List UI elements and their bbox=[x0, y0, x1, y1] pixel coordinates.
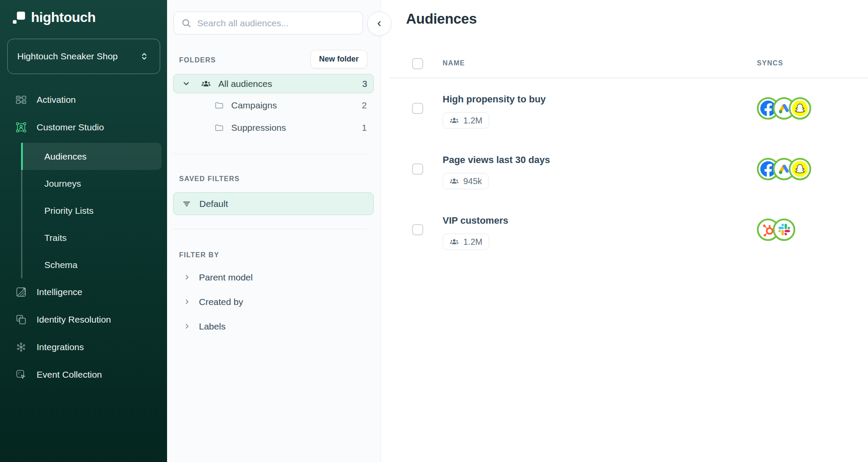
workspace-selector[interactable]: Hightouch Sneaker Shop bbox=[7, 39, 160, 74]
folder-all-audiences[interactable]: All audiences 3 bbox=[173, 74, 374, 93]
sidebar-item-journeys[interactable]: Journeys bbox=[21, 170, 161, 197]
column-header-syncs: SYNCS bbox=[757, 59, 783, 67]
sidebar-item-audiences[interactable]: Audiences bbox=[21, 143, 161, 170]
sidebar-item-identity-resolution[interactable]: Identity Resolution bbox=[0, 306, 167, 333]
workspace-name: Hightouch Sneaker Shop bbox=[17, 51, 118, 62]
integrations-icon bbox=[16, 342, 27, 353]
saved-filter-default[interactable]: Default bbox=[173, 192, 374, 215]
chevron-left-icon bbox=[375, 19, 384, 28]
new-folder-button[interactable]: New folder bbox=[310, 50, 367, 68]
filter-by-created-by[interactable]: Created by bbox=[173, 290, 374, 314]
customer-studio-subnav: Audiences Journeys Priority Lists Traits… bbox=[21, 143, 161, 278]
slack-icon bbox=[778, 224, 790, 235]
filter-by-parent-model[interactable]: Parent model bbox=[173, 265, 374, 290]
row-checkbox[interactable] bbox=[412, 224, 423, 235]
search-box bbox=[174, 12, 363, 34]
table-row-vip-customers[interactable]: VIP customers 1.2M bbox=[381, 199, 868, 260]
folder-count: 2 bbox=[362, 100, 367, 111]
snapchat-icon bbox=[791, 160, 809, 178]
chevron-right-icon bbox=[183, 322, 192, 331]
table-row-high-propensity[interactable]: High propensity to buy 1.2M bbox=[381, 78, 868, 139]
filter-by-label: Created by bbox=[199, 297, 243, 307]
sidebar-item-intelligence[interactable]: Intelligence bbox=[0, 278, 167, 306]
filter-icon bbox=[182, 199, 192, 209]
sidebar-item-label: Event Collection bbox=[37, 370, 102, 380]
search-input[interactable] bbox=[174, 12, 363, 34]
saved-filters-heading: SAVED FILTERS bbox=[179, 175, 240, 183]
people-icon bbox=[450, 176, 459, 186]
folder-icon bbox=[214, 101, 224, 110]
subnav-item-label: Audiences bbox=[44, 151, 87, 162]
main-content: Audiences NAME SYNCS High propensity to … bbox=[381, 0, 868, 462]
sidebar: hightouch Hightouch Sneaker Shop Activa bbox=[0, 0, 167, 462]
people-icon bbox=[450, 237, 459, 246]
sidebar-item-label: Integrations bbox=[37, 342, 84, 352]
people-icon bbox=[450, 116, 459, 125]
row-checkbox[interactable] bbox=[412, 163, 423, 175]
audience-size-badge: 945k bbox=[443, 173, 489, 189]
filter-by-list: Parent model Created by Labels bbox=[173, 265, 374, 339]
divider bbox=[173, 229, 368, 229]
subnav-item-label: Journeys bbox=[44, 179, 81, 189]
snapchat-sync-badge[interactable] bbox=[789, 158, 811, 180]
event-collection-icon bbox=[16, 369, 27, 380]
sidebar-item-schema[interactable]: Schema bbox=[21, 251, 161, 278]
filter-by-heading: FILTER BY bbox=[179, 251, 219, 259]
folder-count: 1 bbox=[362, 123, 367, 133]
chevron-right-icon bbox=[183, 273, 192, 282]
sidebar-item-traits[interactable]: Traits bbox=[21, 224, 161, 251]
folder-campaigns[interactable]: Campaigns 2 bbox=[173, 95, 374, 116]
slack-sync-badge[interactable] bbox=[773, 219, 795, 241]
intelligence-icon bbox=[16, 286, 27, 298]
table-row-page-views[interactable]: Page views last 30 days 945k bbox=[381, 139, 868, 199]
logo-text: hightouch bbox=[31, 9, 96, 25]
people-icon bbox=[201, 79, 211, 89]
column-header-name: NAME bbox=[443, 59, 465, 67]
search-icon bbox=[181, 18, 192, 28]
folder-tree: All audiences 3 Campaigns 2 Suppressions… bbox=[173, 74, 374, 138]
audience-name-cell: VIP customers 1.2M bbox=[443, 199, 868, 250]
subnav-item-label: Traits bbox=[44, 233, 67, 243]
customer-studio-icon bbox=[16, 122, 27, 133]
sidebar-item-event-collection[interactable]: Event Collection bbox=[0, 361, 167, 388]
sync-icons bbox=[757, 158, 811, 180]
collapse-panel-button[interactable] bbox=[367, 12, 391, 36]
sync-icons bbox=[757, 219, 795, 241]
folder-label: Campaigns bbox=[231, 100, 362, 111]
audience-table: High propensity to buy 1.2M bbox=[381, 78, 868, 260]
folders-heading: FOLDERS bbox=[179, 56, 216, 64]
sidebar-item-integrations[interactable]: Integrations bbox=[0, 333, 167, 361]
folder-label: All audiences bbox=[218, 79, 362, 89]
divider bbox=[173, 154, 368, 154]
sidebar-item-label: Identity Resolution bbox=[37, 314, 111, 325]
sidebar-item-label: Customer Studio bbox=[37, 122, 104, 132]
sidebar-item-label: Intelligence bbox=[37, 287, 82, 297]
sidebar-item-priority-lists[interactable]: Priority Lists bbox=[21, 197, 161, 224]
subnav-item-label: Schema bbox=[44, 260, 78, 270]
identity-resolution-icon bbox=[16, 314, 27, 325]
hightouch-app: hightouch Hightouch Sneaker Shop Activa bbox=[0, 0, 868, 462]
select-all-checkbox[interactable] bbox=[412, 58, 423, 69]
filter-by-labels[interactable]: Labels bbox=[173, 314, 374, 339]
sidebar-nav: Activation Customer Studio Audiences bbox=[0, 86, 167, 388]
audience-size-badge: 1.2M bbox=[443, 112, 489, 129]
audiences-side-panel: FOLDERS New folder All audiences 3 bbox=[167, 0, 381, 462]
sidebar-item-label: Activation bbox=[37, 95, 76, 105]
hightouch-logo-icon bbox=[12, 11, 26, 25]
audience-name: VIP customers bbox=[443, 215, 868, 227]
hightouch-logo: hightouch bbox=[12, 9, 96, 25]
subnav-item-label: Priority Lists bbox=[44, 206, 93, 216]
filter-by-label: Parent model bbox=[199, 272, 253, 283]
row-checkbox[interactable] bbox=[412, 103, 423, 114]
folder-suppressions[interactable]: Suppressions 1 bbox=[173, 117, 374, 138]
sidebar-item-activation[interactable]: Activation bbox=[0, 86, 167, 114]
sidebar-item-customer-studio[interactable]: Customer Studio bbox=[0, 114, 167, 141]
audience-size-badge: 1.2M bbox=[443, 234, 489, 250]
audience-size: 945k bbox=[463, 176, 482, 186]
chevron-right-icon bbox=[183, 297, 192, 306]
filter-by-label: Labels bbox=[199, 321, 226, 332]
snapchat-sync-badge[interactable] bbox=[789, 97, 811, 120]
audience-size: 1.2M bbox=[463, 237, 482, 247]
activation-icon bbox=[16, 94, 27, 105]
chevron-down-icon[interactable] bbox=[181, 79, 191, 89]
